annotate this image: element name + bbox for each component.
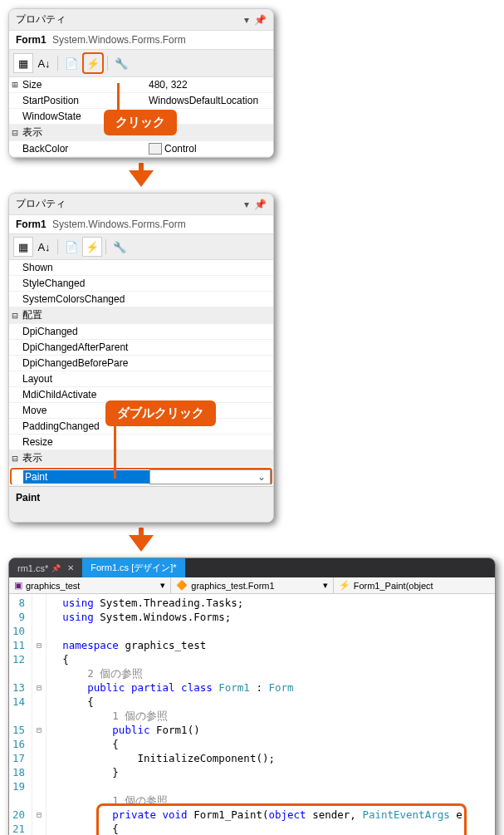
properties-panel-2: プロパティ ▾ 📌 Form1 System.Windows.Forms.For… xyxy=(8,193,274,523)
category-row[interactable]: ⊟表示 xyxy=(9,450,273,467)
event-row[interactable]: StyleChanged xyxy=(9,276,273,292)
prop-name: StartPosition xyxy=(21,94,147,107)
object-selector[interactable]: Form1 System.Windows.Forms.Form xyxy=(9,31,273,50)
categorized-icon[interactable]: ▦ xyxy=(13,53,33,73)
alphabetical-icon[interactable]: A↓ xyxy=(34,53,54,73)
arrow-down-icon xyxy=(8,528,274,553)
code-editor-panel: rm1.cs*📌✕ Form1.cs [デザイン]* ▣graphics_tes… xyxy=(8,557,496,835)
properties-icon[interactable]: 📄 xyxy=(61,53,81,73)
event-row[interactable]: Shown xyxy=(9,260,273,276)
event-row[interactable]: SystemColorsChanged xyxy=(9,292,273,307)
nav-bar: ▣graphics_test▾ 🔶graphics_test.Form1▾ ⚡F… xyxy=(9,577,495,594)
nav-class[interactable]: 🔶graphics_test.Form1▾ xyxy=(171,577,333,593)
panel-title: プロパティ xyxy=(16,197,239,211)
prop-name: BackColor xyxy=(21,142,147,155)
event-row[interactable]: Layout xyxy=(9,371,273,387)
code-highlight-box xyxy=(96,803,467,835)
events-icon[interactable]: ⚡ xyxy=(82,52,104,74)
code-area[interactable]: 8910111213141516171819202122232425 ⊟⊟⊟⊟ … xyxy=(9,594,495,835)
collapse-icon[interactable]: ⊟ xyxy=(9,453,21,464)
nav-method[interactable]: ⚡Form1_Paint(object xyxy=(334,577,495,593)
prop-row[interactable]: ⊞ Size 480, 322 xyxy=(9,77,273,93)
event-row[interactable]: Resize xyxy=(9,435,273,450)
code-content[interactable]: using System.Threading.Tasks; using Syst… xyxy=(46,594,495,835)
properties-panel-1: プロパティ ▾ 📌 Form1 System.Windows.Forms.For… xyxy=(8,8,274,158)
selector-type: System.Windows.Forms.Form xyxy=(52,34,186,46)
properties-icon[interactable]: 📄 xyxy=(61,237,81,257)
prop-row[interactable]: BackColor Control xyxy=(9,141,273,157)
color-swatch xyxy=(149,143,162,155)
property-pages-icon[interactable]: 🔧 xyxy=(111,53,131,73)
property-pages-icon[interactable]: 🔧 xyxy=(110,237,130,257)
event-row[interactable]: DpiChanged xyxy=(9,324,273,340)
panel-title-bar: プロパティ ▾ 📌 xyxy=(9,194,273,215)
prop-value[interactable]: WindowsDefaultLocation xyxy=(147,94,273,107)
category-row[interactable]: ⊟配置 xyxy=(9,307,273,324)
fold-gutter[interactable]: ⊟⊟⊟⊟ xyxy=(32,594,46,835)
close-icon[interactable]: ✕ xyxy=(67,563,74,572)
description-pane: Paint xyxy=(9,486,273,522)
line-numbers: 8910111213141516171819202122232425 xyxy=(9,594,32,835)
expand-icon[interactable]: ⊞ xyxy=(9,79,21,91)
tab-bar: rm1.cs*📌✕ Form1.cs [デザイン]* xyxy=(9,558,495,577)
prop-row[interactable]: StartPosition WindowsDefaultLocation xyxy=(9,93,273,109)
arrow-down-icon xyxy=(8,163,274,188)
prop-name: Size xyxy=(21,78,147,91)
nav-project[interactable]: ▣graphics_test▾ xyxy=(9,577,171,593)
event-row-paint[interactable]: Paint ⌄ xyxy=(10,468,272,485)
panel-title-bar: プロパティ ▾ 📌 xyxy=(9,9,273,31)
callout-doubleclick: ダブルクリック xyxy=(105,400,216,426)
selector-name: Form1 xyxy=(16,219,46,230)
events-grid: Shown StyleChanged SystemColorsChanged ⊟… xyxy=(9,260,273,485)
collapse-icon[interactable]: ⊟ xyxy=(9,127,21,139)
event-name: Paint xyxy=(23,470,149,484)
prop-value[interactable]: 480, 322 xyxy=(147,78,273,91)
dropdown-icon[interactable]: ▾ xyxy=(244,14,249,26)
event-handler-input[interactable]: ⌄ xyxy=(149,469,271,484)
selector-name: Form1 xyxy=(16,34,46,46)
dropdown-icon[interactable]: ▾ xyxy=(244,199,249,210)
pin-icon[interactable]: 📌 xyxy=(254,14,267,26)
selector-type: System.Windows.Forms.Form xyxy=(52,219,186,230)
properties-toolbar: ▦ A↓ 📄 ⚡ 🔧 xyxy=(9,50,273,77)
categorized-icon[interactable]: ▦ xyxy=(13,237,33,257)
event-row[interactable]: DpiChangedBeforePare xyxy=(9,356,273,371)
pin-icon[interactable]: 📌 xyxy=(51,564,61,572)
events-icon[interactable]: ⚡ xyxy=(82,237,102,257)
properties-toolbar: ▦ A↓ 📄 ⚡ 🔧 xyxy=(9,234,273,260)
tab-form1-cs[interactable]: rm1.cs*📌✕ xyxy=(9,558,82,577)
prop-value[interactable]: Control xyxy=(147,142,273,156)
tab-form1-design[interactable]: Form1.cs [デザイン]* xyxy=(82,558,184,577)
pin-icon[interactable]: 📌 xyxy=(254,199,267,210)
callout-click: クリック xyxy=(104,110,177,135)
collapse-icon[interactable]: ⊟ xyxy=(9,310,21,322)
object-selector[interactable]: Form1 System.Windows.Forms.Form xyxy=(9,215,273,234)
dropdown-icon[interactable]: ⌄ xyxy=(255,471,268,483)
event-row[interactable]: DpiChangedAfterParent xyxy=(9,340,273,356)
panel-title: プロパティ xyxy=(16,12,239,27)
alphabetical-icon[interactable]: A↓ xyxy=(34,237,54,257)
